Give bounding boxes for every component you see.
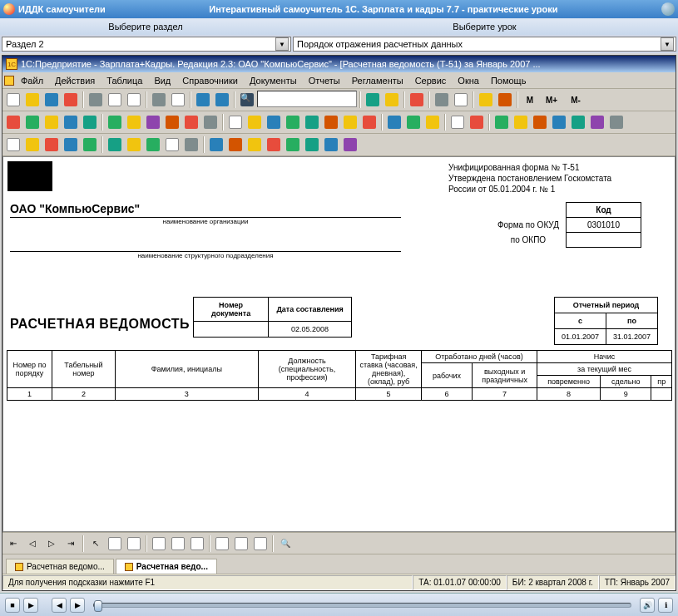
tb2-20-icon[interactable]	[385, 113, 403, 131]
preview-icon[interactable]	[169, 91, 187, 109]
tb3-13-icon[interactable]	[245, 136, 264, 154]
new-icon[interactable]	[4, 91, 22, 109]
tb3-7-icon[interactable]	[125, 136, 143, 154]
tb2-13-icon[interactable]	[245, 113, 264, 131]
menu-actions[interactable]: Действия	[50, 74, 100, 87]
mem-mplus[interactable]: M+	[540, 91, 563, 109]
menu-service[interactable]: Сервис	[410, 74, 452, 87]
tb2-25-icon[interactable]	[492, 113, 511, 131]
cut-icon[interactable]	[87, 91, 105, 109]
tb2-10-icon[interactable]	[182, 113, 200, 131]
tb3-8-icon[interactable]	[144, 136, 162, 154]
button-a-icon[interactable]	[364, 91, 382, 109]
tb2-12-icon[interactable]	[226, 113, 245, 131]
volume-icon[interactable]: 🔊	[640, 598, 655, 613]
find-icon[interactable]: 🔍	[238, 91, 256, 109]
tb2-19-icon[interactable]	[360, 113, 379, 131]
redo-icon[interactable]	[213, 91, 231, 109]
tb2-2-icon[interactable]	[23, 113, 42, 131]
tb3-14-icon[interactable]	[265, 136, 283, 154]
menu-help[interactable]: Помощь	[486, 74, 532, 87]
tb3-18-icon[interactable]	[341, 136, 359, 154]
tb2-9-icon[interactable]	[163, 113, 181, 131]
tb3-4-icon[interactable]	[62, 136, 80, 154]
menu-reports[interactable]: Отчеты	[304, 74, 345, 87]
button-b-icon[interactable]	[383, 91, 401, 109]
tb2-15-icon[interactable]	[284, 113, 302, 131]
tb3-15-icon[interactable]	[284, 136, 302, 154]
save-icon[interactable]	[42, 91, 61, 109]
cols-icon[interactable]	[125, 535, 143, 553]
open-icon[interactable]	[23, 91, 42, 109]
tb2-4-icon[interactable]	[62, 113, 80, 131]
nav-first-icon[interactable]: ⇤	[4, 535, 22, 553]
tb2-1-icon[interactable]	[4, 113, 22, 131]
progress-slider[interactable]	[93, 603, 631, 608]
mem-m[interactable]: M	[521, 91, 539, 109]
tb3-16-icon[interactable]	[303, 136, 321, 154]
delete-icon[interactable]	[408, 91, 426, 109]
info-icon[interactable]: ℹ	[658, 598, 673, 613]
book-icon[interactable]	[496, 91, 514, 109]
tb2-30-icon[interactable]	[588, 113, 606, 131]
split-icon[interactable]	[169, 535, 187, 553]
next-button[interactable]: ▶	[70, 598, 85, 613]
tab-doc-1[interactable]: Расчетная ведомо...	[6, 559, 114, 574]
align-icon[interactable]	[213, 535, 231, 553]
tab-doc-2[interactable]: Расчетная ведо...	[116, 559, 217, 574]
tb3-10-icon[interactable]	[182, 136, 200, 154]
copy-icon[interactable]	[106, 91, 124, 109]
tb3-9-icon[interactable]	[163, 136, 181, 154]
tb2-7-icon[interactable]	[125, 113, 143, 131]
tb2-6-icon[interactable]	[106, 113, 124, 131]
stop-button[interactable]: ■	[5, 598, 20, 613]
lesson-selector[interactable]: Порядок отражения расчетных данных ▼	[293, 37, 676, 52]
menu-reglaments[interactable]: Регламенты	[347, 74, 408, 87]
chevron-down-icon[interactable]: ▼	[275, 37, 289, 51]
mem-mminus[interactable]: M-	[564, 91, 587, 109]
menu-table[interactable]: Таблица	[101, 74, 147, 87]
undo-icon[interactable]	[194, 91, 212, 109]
tb2-5-icon[interactable]	[81, 113, 99, 131]
menu-windows[interactable]: Окна	[453, 74, 484, 87]
tb2-26-icon[interactable]	[512, 113, 530, 131]
tb2-21-icon[interactable]	[404, 113, 423, 131]
tb2-24-icon[interactable]	[468, 113, 486, 131]
tb2-8-icon[interactable]	[144, 113, 162, 131]
search-input[interactable]	[257, 91, 357, 107]
play-button[interactable]: ▶	[23, 598, 38, 613]
section-selector[interactable]: Раздел 2 ▼	[2, 37, 291, 52]
tb3-2-icon[interactable]	[23, 136, 42, 154]
menu-documents[interactable]: Документы	[245, 74, 302, 87]
tb2-11-icon[interactable]	[201, 113, 220, 131]
calc-icon[interactable]	[433, 91, 451, 109]
tb3-5-icon[interactable]	[81, 136, 99, 154]
wrap-icon[interactable]	[232, 535, 250, 553]
tb3-17-icon[interactable]	[322, 136, 340, 154]
tb3-12-icon[interactable]	[226, 136, 245, 154]
close-icon[interactable]	[661, 2, 675, 16]
print-icon[interactable]	[150, 91, 168, 109]
tb2-22-icon[interactable]	[423, 113, 442, 131]
menu-file[interactable]: Файл	[16, 74, 48, 87]
menu-references[interactable]: Справочники	[177, 74, 243, 87]
tb2-23-icon[interactable]	[448, 113, 467, 131]
nav-last-icon[interactable]: ⇥	[62, 535, 80, 553]
tb2-28-icon[interactable]	[550, 113, 568, 131]
tb2-31-icon[interactable]	[607, 113, 626, 131]
nav-next-icon[interactable]: ▷	[42, 535, 61, 553]
cursor-icon[interactable]: ↖	[87, 535, 105, 553]
tb3-6-icon[interactable]	[106, 136, 124, 154]
close-doc-icon[interactable]	[62, 91, 80, 109]
tb2-29-icon[interactable]	[569, 113, 587, 131]
chevron-down-icon[interactable]: ▼	[661, 37, 674, 51]
tb2-17-icon[interactable]	[322, 113, 340, 131]
nav-prev-icon[interactable]: ◁	[23, 535, 42, 553]
tb2-3-icon[interactable]	[42, 113, 61, 131]
help-icon[interactable]	[477, 91, 495, 109]
paste-icon[interactable]	[125, 91, 143, 109]
merge-icon[interactable]	[150, 535, 168, 553]
zoom-icon[interactable]: 🔍	[276, 535, 294, 553]
fit-icon[interactable]	[251, 535, 270, 553]
tb3-11-icon[interactable]	[207, 136, 225, 154]
